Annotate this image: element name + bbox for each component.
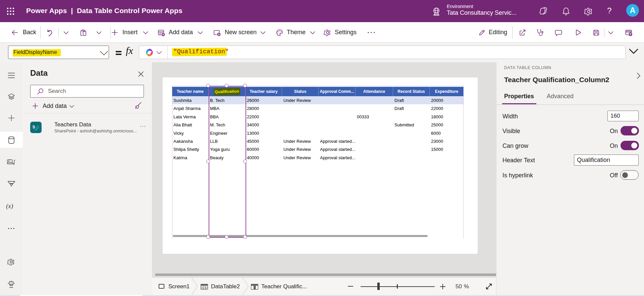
svg-text:S: S (33, 125, 35, 129)
